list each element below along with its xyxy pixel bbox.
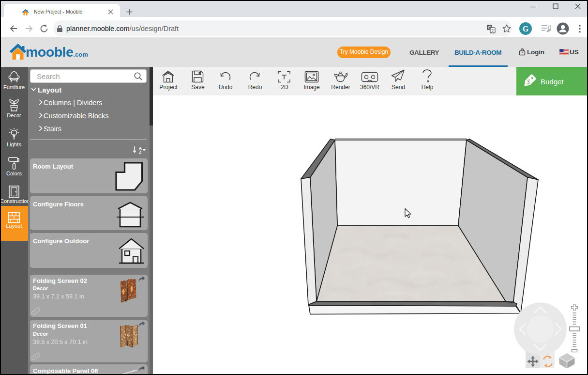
svg-text:文: 文: [491, 29, 495, 33]
svg-text:G: G: [523, 25, 529, 33]
svg-text:Z: Z: [139, 150, 141, 154]
